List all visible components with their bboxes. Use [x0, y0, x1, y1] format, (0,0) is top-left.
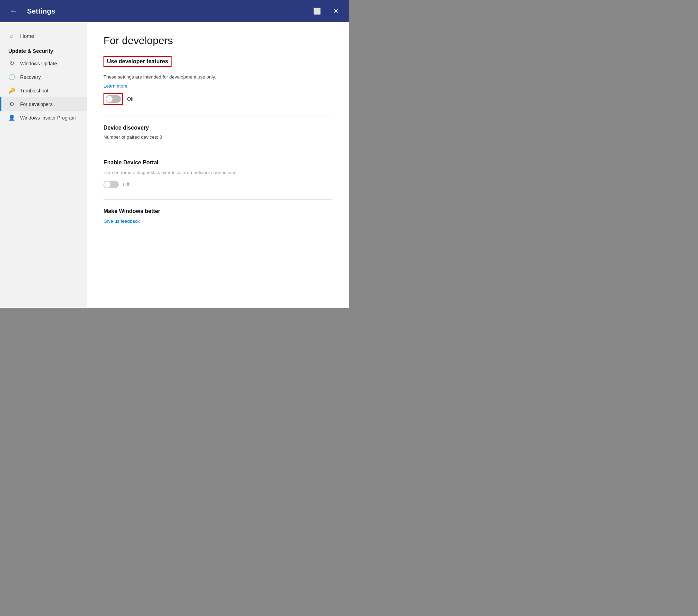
make-windows-better-heading: Make Windows better [103, 208, 332, 214]
divider-3 [103, 199, 332, 200]
sidebar-item-label: Recovery [20, 74, 41, 80]
sidebar: ⌂ Home Update & Security ↻ Windows Updat… [0, 22, 87, 308]
titlebar-title: Settings [27, 7, 55, 15]
titlebar: ← Settings ⬜ ✕ [0, 0, 349, 22]
device-discovery-section: Device discovery Number of paired device… [103, 125, 332, 140]
recovery-icon: 🕐 [8, 74, 15, 80]
developers-icon: ⚙ [8, 101, 15, 107]
enable-device-portal-section: Enable Device Portal Turn on remote diag… [103, 159, 332, 188]
section-heading-developer-features: Use developer features [103, 56, 172, 67]
sidebar-home-label: Home [20, 33, 34, 39]
close-button[interactable]: ✕ [330, 5, 342, 17]
device-portal-toggle[interactable] [103, 181, 119, 188]
paired-devices-count: Number of paired devices: 0 [103, 134, 332, 140]
use-developer-features-heading: Use developer features [103, 56, 332, 70]
titlebar-left: ← Settings [7, 5, 55, 17]
device-portal-heading: Enable Device Portal [103, 159, 332, 166]
device-discovery-heading: Device discovery [103, 125, 332, 131]
sidebar-section-title: Update & Security [0, 42, 87, 57]
give-feedback-link[interactable]: Give us feedback [103, 219, 140, 224]
insider-icon: 👤 [8, 114, 15, 121]
make-windows-better-section: Make Windows better Give us feedback [103, 208, 332, 224]
divider-2 [103, 151, 332, 151]
sidebar-item-label: For developers [20, 101, 52, 107]
page-title: For developers [103, 35, 332, 47]
sidebar-item-for-developers[interactable]: ⚙ For developers [0, 97, 87, 111]
divider-1 [103, 116, 332, 116]
windows-update-icon: ↻ [8, 60, 15, 67]
device-portal-toggle-row: Off [103, 181, 332, 188]
titlebar-right: ⬜ ✕ [310, 5, 342, 17]
device-portal-desc: Turn on remote diagnostics over local ar… [103, 169, 332, 176]
sidebar-item-troubleshoot[interactable]: 🔑 Troubleshoot [0, 84, 87, 97]
home-icon: ⌂ [8, 33, 15, 39]
main-area: ⌂ Home Update & Security ↻ Windows Updat… [0, 22, 349, 308]
sidebar-item-label: Windows Insider Program [20, 115, 76, 121]
sidebar-item-label: Windows Update [20, 61, 57, 66]
sidebar-item-home[interactable]: ⌂ Home [0, 29, 87, 42]
device-portal-toggle-wrapper [103, 181, 119, 188]
developer-features-toggle-label: Off [127, 96, 133, 102]
developer-features-toggle[interactable] [106, 95, 121, 103]
use-developer-features-section: Use developer features These settings ar… [103, 56, 332, 105]
sidebar-item-label: Troubleshoot [20, 88, 48, 93]
sidebar-item-recovery[interactable]: 🕐 Recovery [0, 70, 87, 84]
learn-more-link[interactable]: Learn more [103, 83, 127, 89]
developer-features-toggle-row: Off [103, 93, 332, 105]
back-button[interactable]: ← [7, 5, 20, 17]
developer-features-toggle-wrapper [103, 93, 123, 105]
content-area: For developers Use developer features Th… [87, 22, 349, 308]
device-portal-toggle-label: Off [123, 182, 129, 187]
snap-button[interactable]: ⬜ [310, 5, 324, 17]
developer-features-desc: These settings are intended for developm… [103, 74, 332, 81]
sidebar-item-windows-insider[interactable]: 👤 Windows Insider Program [0, 111, 87, 124]
troubleshoot-icon: 🔑 [8, 87, 15, 94]
sidebar-item-windows-update[interactable]: ↻ Windows Update [0, 57, 87, 70]
